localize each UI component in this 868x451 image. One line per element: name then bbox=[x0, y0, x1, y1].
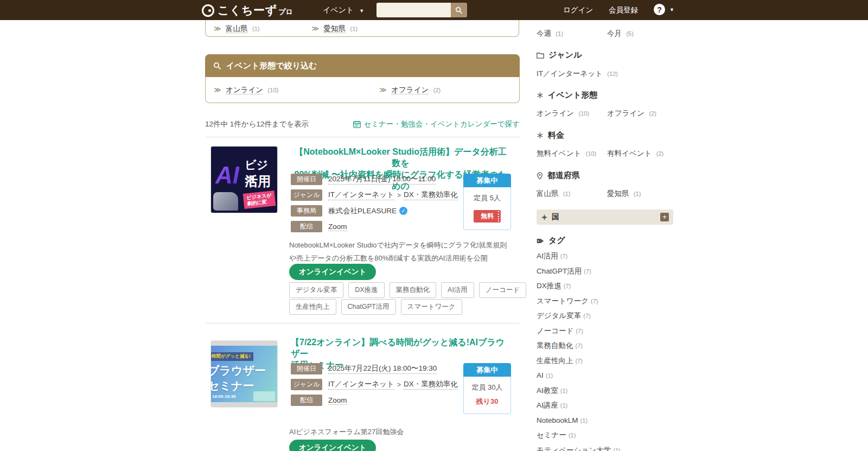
results-bar: 12件中 1件から12件までを表示 セミナー・勉強会・イベントカレンダーで探す bbox=[205, 119, 520, 129]
register-link[interactable]: 会員登録 bbox=[609, 0, 638, 20]
logo-brand: こくちーず bbox=[218, 3, 277, 18]
sidebar-pref-toyama[interactable]: 富山県 (1) bbox=[537, 188, 607, 199]
tag-chip[interactable]: ChatGPT活用 bbox=[341, 299, 396, 315]
delivery-link[interactable]: Zoom bbox=[328, 396, 347, 405]
login-link[interactable]: ログイン bbox=[563, 0, 593, 20]
sidebar-prefecture-items: 富山県 (1) 愛知県 (1) bbox=[537, 188, 673, 199]
event-delivery-row: 配信 Zoom bbox=[291, 395, 458, 406]
genre-link-2[interactable]: DX・業務効率化 bbox=[404, 190, 458, 200]
sidebar-tag[interactable]: ノーコード(7) bbox=[537, 327, 673, 335]
status-badge: 募集中 bbox=[463, 174, 511, 187]
format-filter-body: ≫ オンライン (10) ≫ オフライン (2) bbox=[205, 77, 520, 103]
recruiting-status-box: 募集中 定員 5人 無料 bbox=[463, 174, 511, 230]
search-icon bbox=[213, 62, 221, 70]
sidebar-tag[interactable]: セミナー(1) bbox=[537, 431, 673, 440]
event-details: 開催日 2025年7月11日(金) 10:00〜11:00 ジャンル IT／イン… bbox=[291, 174, 458, 237]
sidebar-tag[interactable]: デジタル変革(7) bbox=[537, 312, 673, 320]
chevron-down-icon[interactable]: ▼ bbox=[669, 0, 674, 20]
event-thumbnail[interactable]: 時間がグッと減る! ブラウザー セミナー 18:00-19:30 bbox=[211, 341, 277, 407]
sidebar-tag[interactable]: 業務自動化(7) bbox=[537, 341, 673, 350]
format-filter-offline[interactable]: ≫ オフライン (2) bbox=[379, 85, 441, 95]
search-input[interactable] bbox=[376, 3, 451, 17]
robot-hand-graphic bbox=[213, 192, 238, 211]
tag-chip[interactable]: デジタル変革 bbox=[289, 282, 343, 298]
sidebar-price-paid[interactable]: 有料イベント (2) bbox=[607, 148, 663, 158]
question-icon: ? bbox=[657, 5, 662, 14]
search-button[interactable] bbox=[451, 3, 467, 17]
chevron-right-icon: ≫ bbox=[214, 86, 221, 94]
tag-chip[interactable]: ノーコード bbox=[479, 282, 526, 298]
event-card-2: 時間がグッと減る! ブラウザー セミナー 18:00-19:30 【7/22オン… bbox=[205, 330, 520, 451]
sidebar-price-heading: 料金 bbox=[537, 130, 673, 141]
genre-link-2[interactable]: DX・業務効率化 bbox=[404, 379, 458, 390]
sidebar-tag[interactable]: AI(1) bbox=[537, 371, 673, 380]
tag-chip[interactable]: DX推進 bbox=[348, 282, 384, 298]
sidebar-tag[interactable]: AI教室(1) bbox=[537, 386, 673, 395]
sidebar-tag[interactable]: モティベーション大学(1) bbox=[537, 446, 673, 451]
event-genre-row: ジャンル IT／インターネット > DX・業務効率化 bbox=[291, 379, 458, 390]
sidebar-tag[interactable]: スマートワーク(7) bbox=[537, 297, 673, 306]
sidebar-tag-list: AI活用(7) ChatGPT活用(7) DX推進(7) スマートワーク(7) … bbox=[537, 252, 673, 451]
calendar-search-link[interactable]: セミナー・勉強会・イベントカレンダーで探す bbox=[353, 119, 520, 129]
status-body: 定員 5人 無料 bbox=[463, 187, 511, 230]
date-link[interactable]: 2025年7月11日(金) 10:00〜11:00 bbox=[328, 174, 436, 185]
tag-chip[interactable]: 業務自動化 bbox=[390, 282, 437, 298]
event-tags-row: デジタル変革 DX推進 業務自動化 AI活用 ノーコード bbox=[289, 282, 526, 298]
logo[interactable]: こくちーず プロ bbox=[202, 3, 293, 18]
delivery-link[interactable]: Zoom bbox=[328, 223, 347, 231]
thumb-text: 活用 bbox=[245, 173, 271, 190]
logo-icon bbox=[202, 4, 214, 17]
folder-icon bbox=[537, 52, 544, 59]
sidebar-tag[interactable]: NotebookLM(1) bbox=[537, 416, 673, 425]
sidebar-this-week[interactable]: 今週 (1) bbox=[537, 28, 607, 39]
asterisk-icon bbox=[537, 132, 544, 139]
organizer-link[interactable]: 株式会社PLEASURE bbox=[328, 206, 397, 216]
prefecture-filter-box: ≫ 富山県 (1) ≫ 愛知県 (1) bbox=[205, 20, 519, 37]
calendar-icon bbox=[353, 120, 361, 128]
logo-brand-suffix: プロ bbox=[278, 4, 293, 17]
online-event-badge[interactable]: オンラインイベント bbox=[289, 440, 376, 451]
format-filter-title: イベント形態で絞り込む bbox=[226, 61, 317, 71]
capacity-text: 定員 30人 bbox=[464, 383, 510, 392]
event-description: NotebookLM×Looker Studioで社内データを瞬時にグラフ化!就… bbox=[289, 239, 513, 265]
genre-link-1[interactable]: IT／インターネット bbox=[328, 379, 394, 390]
prefecture-filter-aichi[interactable]: ≫ 愛知県 (1) bbox=[311, 23, 357, 34]
top-navbar: こくちーず プロ イベント ▼ ログイン 会員登録 ? ▼ bbox=[0, 0, 868, 20]
date-link[interactable]: 2025年7月22日(火) 18:00〜19:30 bbox=[328, 364, 437, 374]
format-filter-online[interactable]: ≫ オンライン (10) bbox=[214, 85, 278, 95]
free-ticket-badge[interactable]: 無料 bbox=[474, 210, 501, 223]
tag-icon bbox=[537, 238, 544, 244]
prefecture-filter-toyama[interactable]: ≫ 富山県 (1) bbox=[214, 23, 259, 34]
sidebar-genre-it[interactable]: IT／インターネット (12) bbox=[537, 68, 618, 79]
sidebar-country-bar[interactable]: 国 + bbox=[537, 209, 673, 225]
sidebar-tag[interactable]: 生産性向上(7) bbox=[537, 357, 673, 365]
sidebar-prefecture-heading: 都道府県 bbox=[537, 170, 673, 181]
online-event-badge[interactable]: オンラインイベント bbox=[289, 264, 376, 280]
sidebar-price-free[interactable]: 無料イベント (10) bbox=[537, 148, 607, 158]
expand-plus-button[interactable]: + bbox=[660, 213, 669, 221]
tag-chip[interactable]: スマートワーク bbox=[401, 299, 462, 315]
help-button[interactable]: ? bbox=[654, 4, 665, 15]
sidebar-format-offline[interactable]: オフライン (2) bbox=[607, 108, 656, 118]
laptop-graphic bbox=[253, 391, 275, 401]
sidebar-tag[interactable]: AI活用(7) bbox=[537, 252, 673, 261]
sidebar-tag[interactable]: AI講座(1) bbox=[537, 401, 673, 410]
divider bbox=[205, 137, 520, 137]
sidebar-format-online[interactable]: オンライン (10) bbox=[537, 108, 607, 118]
genre-link-1[interactable]: IT／インターネット bbox=[328, 190, 394, 200]
event-thumbnail[interactable]: AI ビジネ 活用 ビジネスが劇的に変 bbox=[211, 147, 277, 213]
recruiting-status-box: 募集中 定員 30人 残り30 bbox=[463, 363, 511, 414]
sidebar-this-month[interactable]: 今月 (5) bbox=[607, 28, 634, 39]
format-filter-header: イベント形態で絞り込む bbox=[205, 54, 520, 77]
sidebar-tag[interactable]: ChatGPT活用(7) bbox=[537, 267, 673, 276]
nav-events-menu[interactable]: イベント ▼ bbox=[323, 0, 364, 20]
organizer-label-chip: 事務局 bbox=[291, 205, 322, 217]
sidebar-tag[interactable]: DX推進(7) bbox=[537, 282, 673, 290]
chevron-down-icon: ▼ bbox=[359, 8, 364, 14]
sidebar-pref-aichi[interactable]: 愛知県 (1) bbox=[607, 188, 641, 199]
event-details: 開催日 2025年7月22日(火) 18:00〜19:30 ジャンル IT／イン… bbox=[291, 363, 458, 410]
date-label-chip: 開催日 bbox=[291, 174, 322, 185]
search-icon bbox=[455, 7, 463, 14]
tag-chip[interactable]: 生産性向上 bbox=[289, 299, 336, 315]
tag-chip[interactable]: AI活用 bbox=[441, 282, 474, 298]
